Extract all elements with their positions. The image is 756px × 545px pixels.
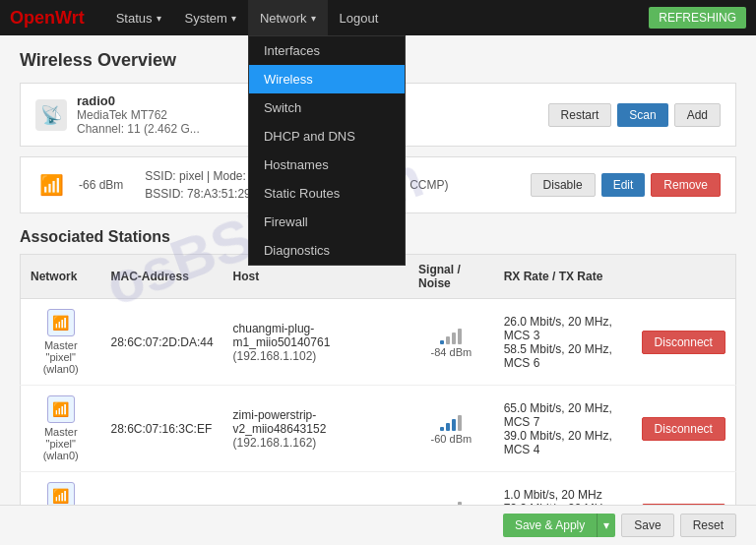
col-action [632,255,736,299]
restart-button[interactable]: Restart [548,103,612,127]
network-icon: 📶 [47,309,75,336]
table-row: 📶 Master "pixel"(wlan0) 28:6C:07:16:3C:E… [21,386,736,472]
chevron-down-icon: ▾ [157,13,161,24]
refreshing-button[interactable]: REFRESHING [649,7,746,29]
col-rate: RX Rate / TX Rate [494,255,632,299]
chevron-down-icon: ▾ [311,13,316,24]
dropdown-item-interfaces[interactable]: Interfaces [249,36,405,65]
dropdown-item-wireless[interactable]: Wireless [249,65,405,93]
bottom-bar: Save & Apply ▾ Save Reset [0,505,756,545]
disconnect-button[interactable]: Disconnect [642,331,725,354]
dropdown-item-firewall[interactable]: Firewall [249,208,405,236]
radio-name: radio0 [77,93,200,108]
nav-system[interactable]: System ▾ [173,0,248,35]
dropdown-item-hostnames[interactable]: Hostnames [249,151,405,179]
navbar-right: REFRESHING [649,7,746,29]
signal-strength-icon: 📶 [35,169,67,201]
radio-icon: 📡 [35,99,67,131]
brand: OpenWrt [10,8,85,29]
navbar: OpenWrt Status ▾ System ▾ Network ▾ Inte… [0,0,756,35]
signal-bars-icon [440,327,462,344]
table-row: 📶 Master "pixel"(wlan0) 28:6C:07:2D:DA:4… [21,299,736,386]
dropdown-item-switch[interactable]: Switch [249,93,405,122]
save-apply-dropdown-button[interactable]: ▾ [597,514,615,537]
reset-button[interactable]: Reset [680,514,736,537]
radio-buttons: Restart Scan Add [548,103,721,127]
radio-channel: Channel: 11 (2.462 G... [77,122,200,136]
network-label: Master "pixel"(wlan0) [31,339,92,375]
brand-wrt: Wrt [55,8,85,28]
cell-rate: 65.0 Mbit/s, 20 MHz, MCS 739.0 Mbit/s, 2… [494,386,632,472]
radio-info: 📡 radio0 MediaTek MT762 Channel: 11 (2.4… [35,93,200,136]
wireless-details: SSID: pixel | Mode: BSSID: 78:A3:51:29 [145,167,250,203]
signal-dbm-value: -84 dBm [431,346,472,358]
save-button[interactable]: Save [621,514,673,537]
wireless-buttons: Disable Edit Remove [531,173,721,197]
cell-mac: 28:6C:07:2D:DA:44 [101,299,223,386]
radio-device: MediaTek MT762 [77,108,200,122]
network-icon: 📶 [47,395,75,423]
save-apply-group: Save & Apply ▾ [503,514,615,537]
col-mac: MAC-Address [101,255,223,299]
col-network: Network [21,255,101,299]
disconnect-button[interactable]: Disconnect [642,417,725,441]
cell-rate: 26.0 Mbit/s, 20 MHz, MCS 358.5 Mbit/s, 2… [494,299,632,386]
nav-status[interactable]: Status ▾ [104,0,173,35]
nav-network[interactable]: Network ▾ Interfaces Wireless Switch DHC… [248,0,328,35]
dropdown-item-dhcp[interactable]: DHCP and DNS [249,122,405,151]
cell-signal: -60 dBm [409,386,494,472]
signal-dbm-value: -60 dBm [431,433,472,445]
nav-logout[interactable]: Logout [328,0,391,35]
network-dropdown: Interfaces Wireless Switch DHCP and DNS … [248,35,406,266]
cell-signal: -84 dBm [409,299,494,386]
wireless-signal-value: -66 dBm [79,178,123,192]
cell-action: Disconnect [632,299,736,386]
chevron-down-icon: ▾ [231,13,236,24]
add-button[interactable]: Add [674,103,721,127]
radio-details: radio0 MediaTek MT762 Channel: 11 (2.462… [77,93,200,136]
disable-button[interactable]: Disable [531,173,596,197]
cell-network: 📶 Master "pixel"(wlan0) [21,386,101,472]
cell-mac: 28:6C:07:16:3C:EF [101,386,223,472]
dropdown-item-static-routes[interactable]: Static Routes [249,179,405,208]
remove-button[interactable]: Remove [651,173,721,197]
signal-bars-icon [440,413,462,431]
stations-table: Network MAC-Address Host Signal / Noise … [20,254,736,545]
dropdown-item-diagnostics[interactable]: Diagnostics [249,236,405,265]
cell-host: chuangmi-plug-m1_miio50140761(192.168.1.… [223,299,410,386]
network-label: Master "pixel"(wlan0) [31,426,92,461]
cell-network: 📶 Master "pixel"(wlan0) [21,299,101,386]
edit-button[interactable]: Edit [601,173,646,197]
scan-button[interactable]: Scan [617,103,667,127]
save-apply-button[interactable]: Save & Apply [503,514,597,537]
cell-host: zimi-powerstrip-v2_miio48643152(192.168.… [223,386,410,472]
brand-open: Open [10,8,55,28]
col-signal: Signal / Noise [409,255,494,299]
cell-action: Disconnect [632,386,736,472]
